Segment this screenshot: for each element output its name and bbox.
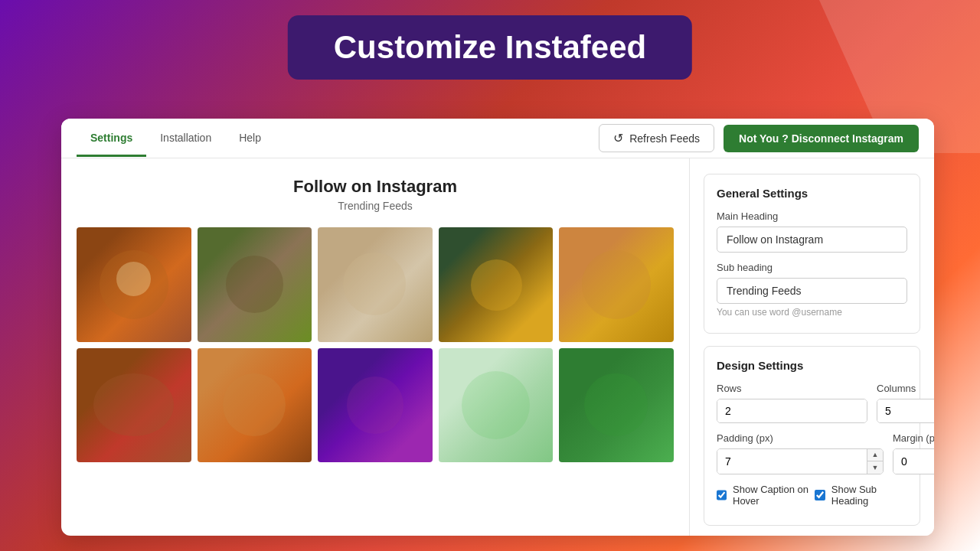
- columns-input-wrap: [877, 399, 934, 423]
- tab-settings[interactable]: Settings: [77, 121, 146, 157]
- show-sub-heading-row: Show Sub Heading: [815, 484, 908, 507]
- refresh-feeds-button[interactable]: Refresh Feeds: [599, 124, 714, 152]
- show-caption-row: Show Caption on Hover: [717, 484, 810, 507]
- margin-label: Margin (px): [893, 432, 934, 444]
- feed-main-heading: Follow on Instagram: [77, 177, 674, 197]
- main-heading-label: Main Heading: [717, 210, 907, 222]
- feed-image-7: [198, 348, 312, 463]
- tab-installation[interactable]: Installation: [146, 121, 225, 157]
- settings-panel: General Settings Main Heading Sub headin…: [689, 158, 934, 536]
- padding-input[interactable]: [717, 449, 867, 474]
- disconnect-instagram-button[interactable]: Not You ? Disconnect Instagram: [724, 125, 919, 152]
- tabs-bar: Settings Installation Help Refresh Feeds…: [61, 119, 934, 158]
- sub-heading-label: Sub heading: [717, 262, 907, 273]
- image-grid: [77, 227, 674, 462]
- feed-image-2: [198, 227, 312, 342]
- feed-image-9: [439, 348, 554, 463]
- columns-input[interactable]: [877, 399, 934, 422]
- page-title: Customize Instafeed: [334, 29, 646, 66]
- sub-heading-hint: You can use word @username: [717, 307, 907, 318]
- design-settings-section: Design Settings Rows Columns: [704, 346, 920, 526]
- padding-field-group: Padding (px) ▲ ▼: [717, 432, 884, 474]
- padding-spinners: ▲ ▼: [867, 449, 883, 474]
- feed-sub-heading: Trending Feeds: [77, 200, 674, 212]
- rows-input-wrap: [717, 399, 867, 423]
- tabs-right: Refresh Feeds Not You ? Disconnect Insta…: [599, 124, 919, 152]
- show-caption-label: Show Caption on Hover: [733, 484, 810, 507]
- feed-image-1: [77, 227, 191, 342]
- sub-heading-input[interactable]: [717, 278, 907, 304]
- app-panel: Settings Installation Help Refresh Feeds…: [61, 119, 934, 536]
- padding-label: Padding (px): [717, 432, 884, 444]
- checkboxes-grid: Show Caption on Hover Show Sub Heading: [717, 484, 907, 513]
- feed-image-5: [559, 227, 674, 342]
- margin-field-group: Margin (px) ▲ ▼: [893, 432, 934, 474]
- tab-help[interactable]: Help: [225, 121, 275, 157]
- padding-decrement-button[interactable]: ▼: [867, 461, 883, 474]
- feed-preview: Follow on Instagram Trending Feeds: [61, 158, 689, 536]
- padding-margin-grid: Padding (px) ▲ ▼ Margin (px): [717, 432, 907, 474]
- feed-image-10: [559, 348, 674, 463]
- rows-label: Rows: [717, 383, 867, 394]
- refresh-icon: [613, 131, 623, 145]
- show-sub-heading-checkbox[interactable]: [815, 489, 825, 501]
- general-settings-section: General Settings Main Heading Sub headin…: [704, 174, 920, 334]
- padding-input-wrap: ▲ ▼: [717, 448, 884, 474]
- general-settings-title: General Settings: [717, 187, 907, 200]
- feed-image-4: [439, 227, 554, 342]
- margin-input[interactable]: [893, 449, 934, 474]
- show-caption-checkbox[interactable]: [717, 489, 727, 501]
- show-sub-heading-label: Show Sub Heading: [831, 484, 907, 507]
- feed-image-6: [77, 348, 191, 463]
- rows-field-group: Rows: [717, 383, 867, 423]
- feed-image-8: [318, 348, 433, 463]
- padding-increment-button[interactable]: ▲: [867, 449, 883, 461]
- main-heading-input[interactable]: [717, 227, 907, 253]
- columns-label: Columns: [877, 383, 934, 394]
- margin-input-wrap: ▲ ▼: [893, 448, 934, 474]
- header-banner: Customize Instafeed: [288, 15, 692, 80]
- rows-columns-grid: Rows Columns: [717, 383, 907, 423]
- tabs-left: Settings Installation Help: [77, 120, 275, 156]
- columns-field-group: Columns: [877, 383, 934, 423]
- content-area: Follow on Instagram Trending Feeds: [61, 158, 934, 536]
- design-settings-title: Design Settings: [717, 359, 907, 372]
- feed-image-3: [318, 227, 433, 342]
- rows-input[interactable]: [717, 399, 867, 422]
